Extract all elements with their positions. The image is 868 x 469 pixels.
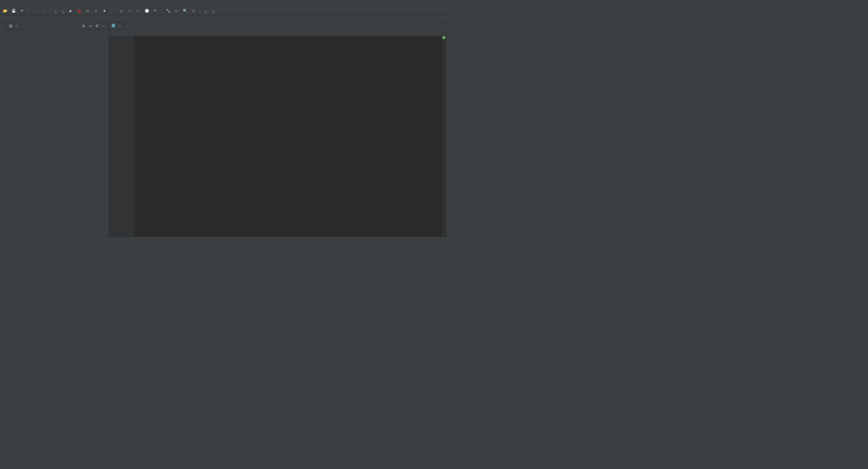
bottom-tool-bar <box>0 237 453 244</box>
php-class-icon: C <box>111 24 116 28</box>
nav-breadcrumb <box>0 15 453 22</box>
collapse-icon[interactable]: ⇥ <box>88 23 93 29</box>
code-text[interactable] <box>134 36 442 237</box>
fold-gutter[interactable] <box>130 36 134 237</box>
revert-icon[interactable]: ↶ <box>152 7 158 14</box>
project-tree[interactable] <box>7 29 108 237</box>
locate-icon[interactable]: ⊕ <box>81 23 86 29</box>
error-stripe[interactable] <box>442 36 446 237</box>
git-commit-icon[interactable]: ✓ <box>127 7 133 14</box>
annotation-gutter <box>125 36 130 237</box>
task-combo[interactable] <box>203 10 216 12</box>
git-update-icon[interactable]: ↙ <box>118 7 125 14</box>
gear-icon[interactable]: ⚙ <box>94 23 99 29</box>
editor-breadcrumb[interactable] <box>109 29 446 36</box>
save-icon[interactable]: 💾 <box>10 7 17 14</box>
left-tool-strip <box>0 22 7 237</box>
open-icon[interactable]: 📂 <box>2 7 8 14</box>
editor-area: C × <box>109 22 446 237</box>
line-numbers <box>109 36 125 237</box>
history-icon[interactable]: 🕓 <box>144 7 150 14</box>
close-tab-icon[interactable]: × <box>119 24 121 27</box>
project-panel-title[interactable]: ▤ <box>9 24 80 28</box>
debug-icon[interactable]: 🐞 <box>76 7 83 14</box>
git-compare-icon[interactable]: ⤺ <box>135 7 142 14</box>
structure-icon[interactable]: ⎙ <box>190 7 197 14</box>
hide-icon[interactable]: — <box>101 23 106 29</box>
inspections-ok-icon[interactable] <box>442 36 445 39</box>
main-toolbar: 📂 💾 ⟳ ← → ▶ 🐞 ◷ ⎊ ■ ↙ ✓ ⤺ 🕓 ↶ 🔧 ▭ 🔍 ⎙ <box>0 7 453 15</box>
run-config-combo[interactable] <box>53 10 66 12</box>
profile-icon[interactable]: ⎊ <box>93 7 99 14</box>
stop-icon[interactable]: ■ <box>101 7 108 14</box>
status-bar: ▣ ⌄ ⌄ ⌄ ⌄ 🔓 <box>0 244 453 244</box>
forward-icon[interactable]: → <box>40 7 46 14</box>
project-icon: ▤ <box>9 24 12 28</box>
editor-tab[interactable]: C × <box>109 23 124 29</box>
project-panel: ▤ ⊕ ⇥ ⚙ — <box>7 22 109 237</box>
sync-icon[interactable]: ⟳ <box>19 7 25 14</box>
right-tool-strip <box>446 22 453 237</box>
menubar <box>0 0 453 7</box>
code-editor[interactable] <box>109 36 446 237</box>
settings-icon[interactable]: 🔧 <box>165 7 172 14</box>
project-panel-header: ▤ ⊕ ⇥ ⚙ — <box>7 22 108 29</box>
run-icon[interactable]: ▶ <box>67 7 74 14</box>
coverage-icon[interactable]: ◷ <box>84 7 91 14</box>
editor-tabs: C × <box>109 22 446 29</box>
palette-icon[interactable]: ▭ <box>173 7 180 14</box>
back-icon[interactable]: ← <box>32 7 38 14</box>
search-icon[interactable]: 🔍 <box>182 7 188 14</box>
